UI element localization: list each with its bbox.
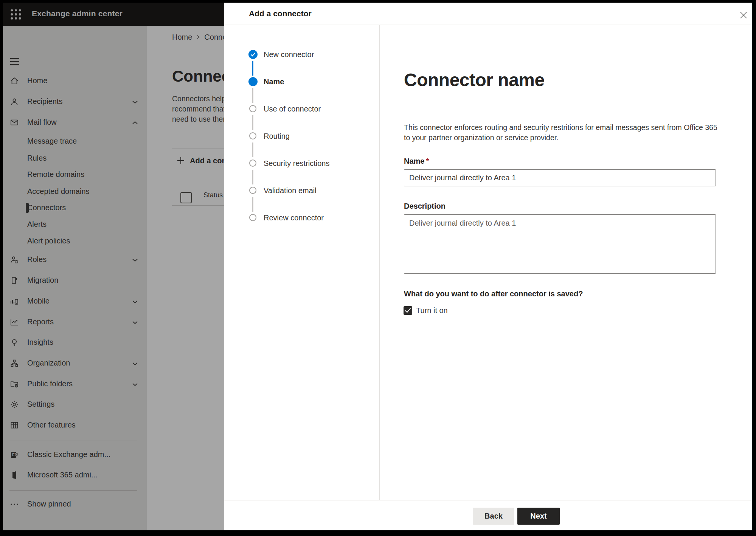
step-connector-line [252, 115, 253, 130]
back-button[interactable]: Back [473, 508, 514, 525]
wizard-steps: New connector Name Use of connector Rout… [224, 25, 380, 500]
close-icon[interactable] [739, 10, 748, 20]
required-asterisk: * [426, 157, 429, 165]
step-connector-line [252, 88, 253, 103]
description-field-label: Description [404, 202, 446, 211]
step-connector-line [252, 143, 253, 157]
step-current-icon [248, 77, 258, 86]
step-completed-icon [248, 50, 258, 59]
name-input[interactable]: Deliver journal directly to Area 1 [404, 169, 716, 186]
description-textarea[interactable]: Deliver journal directly to Area 1 [404, 214, 716, 274]
step-upcoming-icon [249, 105, 256, 112]
name-field-label: Name* [404, 157, 429, 166]
turn-it-on-checkbox[interactable] [404, 306, 412, 315]
modal-footer-divider [224, 500, 752, 500]
step-routing[interactable]: Routing [224, 132, 380, 141]
step-security-restrictions[interactable]: Security restrictions [224, 159, 380, 168]
step-new-connector[interactable]: New connector [224, 50, 380, 59]
next-button[interactable]: Next [517, 508, 560, 525]
step-name[interactable]: Name [224, 77, 380, 86]
step-upcoming-icon [249, 160, 256, 167]
step-use-of-connector[interactable]: Use of connector [224, 104, 380, 113]
wizard-page-description: This connector enforces routing and secu… [404, 122, 737, 143]
app-window: Exchange admin center Home Recipients Ma… [3, 3, 752, 530]
turn-it-on-label: Turn it on [416, 306, 448, 315]
step-upcoming-icon [249, 132, 256, 139]
wizard-page-title: Connector name [404, 70, 545, 90]
step-connector-line [252, 197, 253, 212]
modal-title: Add a connector [249, 9, 312, 18]
add-connector-modal: Add a connector New connector Name Use o… [224, 3, 752, 530]
step-connector-line [252, 170, 253, 184]
step-connector-line [252, 61, 253, 76]
after-save-question: What do you want to do after connector i… [404, 290, 583, 298]
step-upcoming-icon [249, 214, 256, 221]
step-validation-email[interactable]: Validation email [224, 186, 380, 195]
step-review-connector[interactable]: Review connector [224, 213, 380, 222]
step-upcoming-icon [249, 187, 256, 194]
